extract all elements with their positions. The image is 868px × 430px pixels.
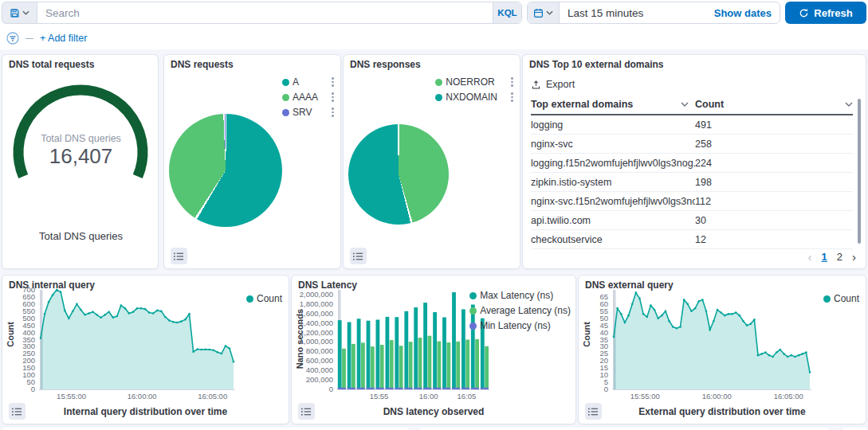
bar-avg-latency[interactable] (342, 349, 346, 389)
legend-item-label[interactable]: Average Latency (ns) (479, 305, 571, 316)
column-header-count[interactable]: Count (695, 99, 853, 110)
data-point (753, 319, 756, 321)
bar-avg-latency[interactable] (390, 340, 394, 389)
bar-avg-latency[interactable] (352, 344, 355, 389)
table-scrollbar[interactable] (858, 99, 861, 244)
pagination-page-2[interactable]: 2 (837, 251, 842, 263)
data-point (776, 351, 778, 354)
bar-avg-latency[interactable] (380, 345, 384, 389)
bar-min-latency[interactable] (376, 388, 384, 389)
bar-max-latency[interactable] (386, 317, 390, 389)
legend-toggle-button[interactable] (585, 403, 602, 420)
refresh-button[interactable]: Refresh (785, 2, 866, 24)
pagination-page-1[interactable]: 1 (822, 251, 827, 263)
data-point (657, 317, 659, 319)
bar-max-latency[interactable] (357, 319, 361, 389)
bar-min-latency[interactable] (433, 388, 441, 389)
bar-max-latency[interactable] (452, 292, 456, 389)
legend-item-label[interactable]: NXDOMAIN (445, 92, 497, 103)
x-axis-title: Internal query distribution over time (2, 406, 289, 417)
bar-avg-latency[interactable] (438, 342, 442, 389)
export-button[interactable]: Export (531, 79, 575, 90)
bar-avg-latency[interactable] (399, 346, 403, 389)
legend-menu-icon[interactable] (511, 77, 513, 87)
bar-min-latency[interactable] (461, 388, 469, 389)
bar-min-latency[interactable] (481, 388, 489, 389)
legend-item-label[interactable]: Max Latency (ns) (479, 290, 553, 301)
bar-max-latency[interactable] (433, 312, 437, 389)
bar-max-latency[interactable] (348, 322, 352, 390)
data-point (746, 324, 748, 326)
bar-avg-latency[interactable] (428, 336, 432, 389)
bar-avg-latency[interactable] (485, 346, 489, 389)
bar-min-latency[interactable] (414, 388, 422, 389)
bar-max-latency[interactable] (367, 321, 371, 389)
legend-menu-icon[interactable] (332, 108, 334, 117)
bar-min-latency[interactable] (423, 388, 431, 389)
saved-query-button[interactable] (2, 2, 37, 24)
kql-language-button[interactable]: KQL (493, 2, 521, 23)
bar-avg-latency[interactable] (409, 342, 413, 389)
legend-item-label[interactable]: Min Latency (ns) (479, 320, 551, 331)
pagination-prev[interactable]: ‹ (808, 250, 812, 264)
domain-cell: checkoutservice (531, 234, 695, 245)
bar-min-latency[interactable] (348, 388, 355, 389)
bar-max-latency[interactable] (376, 320, 380, 390)
bar-avg-latency[interactable] (465, 340, 469, 390)
data-point (72, 310, 74, 312)
data-point (809, 371, 811, 373)
bar-min-latency[interactable] (395, 388, 403, 389)
bar-min-latency[interactable] (471, 388, 479, 389)
calendar-button[interactable] (528, 2, 560, 23)
data-point (620, 313, 623, 315)
bar-max-latency[interactable] (442, 318, 446, 390)
y-tick-label: 1,000,000 (300, 337, 333, 346)
column-header-domains[interactable]: Top external domains (531, 99, 695, 110)
search-input[interactable] (37, 2, 493, 23)
bar-max-latency[interactable] (404, 311, 408, 389)
bar-min-latency[interactable] (357, 388, 365, 389)
bar-min-latency[interactable] (367, 388, 375, 389)
count-cell: 30 (695, 215, 853, 226)
legend-toggle-button[interactable] (171, 248, 187, 264)
data-point (180, 320, 183, 322)
show-dates-button[interactable]: Show dates (714, 2, 780, 23)
legend-item-label[interactable]: NOERROR (445, 76, 494, 88)
pagination-next[interactable]: › (852, 250, 856, 264)
bar-min-latency[interactable] (338, 388, 346, 389)
bar-max-latency[interactable] (338, 320, 342, 389)
bar-avg-latency[interactable] (418, 338, 422, 389)
legend-item-label[interactable]: Count (256, 293, 282, 304)
bar-max-latency[interactable] (395, 317, 399, 389)
legend-item-label[interactable]: AAAA (292, 92, 318, 103)
pie-chart-dns-requests[interactable] (169, 114, 282, 227)
add-filter-button[interactable]: + Add filter (40, 33, 87, 44)
legend-menu-icon[interactable] (332, 77, 334, 87)
legend-toggle-button[interactable] (9, 403, 26, 420)
bar-avg-latency[interactable] (475, 339, 479, 389)
bar-avg-latency[interactable] (446, 342, 450, 389)
bar-min-latency[interactable] (452, 388, 460, 389)
bar-avg-latency[interactable] (361, 342, 365, 389)
pie-chart-dns-responses[interactable] (348, 124, 449, 225)
time-range-value[interactable]: Last 15 minutes (560, 2, 714, 23)
bar-min-latency[interactable] (404, 388, 412, 389)
legend-item-label[interactable]: A (292, 76, 299, 88)
legend-toggle-button[interactable] (298, 403, 315, 420)
bar-avg-latency[interactable] (371, 346, 375, 389)
data-point (624, 322, 626, 324)
bar-max-latency[interactable] (461, 309, 465, 389)
legend-item-label[interactable]: SRV (292, 107, 312, 118)
bar-min-latency[interactable] (442, 388, 450, 389)
legend-menu-icon[interactable] (332, 92, 334, 102)
data-point (790, 354, 792, 357)
data-point (100, 317, 102, 319)
bar-avg-latency[interactable] (456, 342, 460, 389)
legend-toggle-button[interactable] (350, 248, 367, 264)
legend-menu-icon[interactable] (511, 92, 513, 102)
bar-max-latency[interactable] (423, 303, 427, 389)
bar-min-latency[interactable] (386, 388, 394, 389)
legend-item-label[interactable]: Count (833, 293, 859, 304)
filter-icon[interactable] (6, 32, 19, 45)
bar-max-latency[interactable] (414, 307, 418, 389)
